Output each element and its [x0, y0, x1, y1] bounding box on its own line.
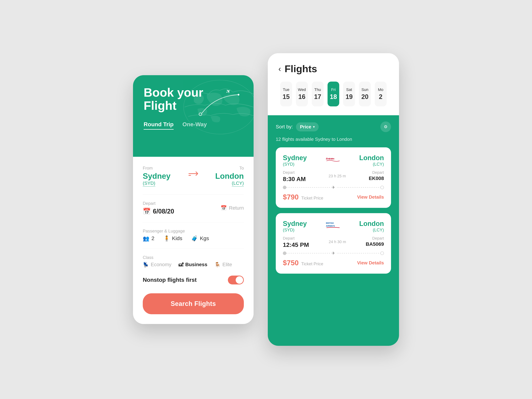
available-text: 12 flights available Sydney to London [276, 137, 391, 142]
card-flight-label-2: Depart [366, 236, 384, 241]
from-city[interactable]: Sydney [143, 172, 188, 181]
card-price-label-1: Ticket Price [301, 196, 323, 200]
day-name-sat: Sat [346, 88, 352, 92]
day-name-mon: Mo [378, 88, 383, 92]
card-to-code-2: (LCY) [359, 228, 384, 233]
kids-item[interactable]: 🧍 Kids [163, 235, 182, 241]
passenger-count[interactable]: 👥 2 [143, 235, 154, 241]
depart-label: Depart [143, 201, 174, 206]
date-item-wed[interactable]: Wed 16 [296, 82, 308, 106]
card-depart-2: Depart 12:45 PM [283, 236, 309, 248]
card-flight-num-area-2: Depart BA5069 [366, 236, 384, 247]
view-details-btn-2[interactable]: View Details [357, 260, 384, 266]
filter-icon: ⚙ [384, 124, 388, 129]
date-item-tue[interactable]: Tue 15 [280, 82, 292, 106]
divider-2 [143, 222, 244, 222]
flight-line-1: ✈ [283, 186, 384, 189]
return-calendar-icon: 📅 [221, 205, 227, 211]
card-to-2: London (LCY) [359, 220, 384, 233]
search-flights-button[interactable]: Search Flights [143, 293, 244, 314]
day-name-fri: Fri [331, 88, 336, 92]
card-from-code-2: (SYD) [283, 228, 307, 233]
passenger-section: Passenger & Luggage 👥 2 🧍 Kids 🧳 Kgs [143, 228, 244, 241]
booking-form: From Sydney (SYD) To London (LCY) Depart [133, 157, 253, 324]
card-depart-time-2: 12:45 PM [283, 241, 309, 248]
business-class[interactable]: 🛋 Business [178, 262, 208, 268]
to-city[interactable]: London [199, 172, 244, 181]
emirates-logo-area: Emirates [325, 154, 341, 165]
to-section: To London (LCY) [199, 166, 244, 187]
card-from-code-1: (SYD) [283, 162, 307, 167]
flight-plane-icon-2: ✈ [330, 251, 336, 256]
date-scroll: Tue 15 Wed 16 Thu 17 Fri 18 Sat 19 Sun 2… [279, 82, 388, 110]
nonstop-toggle[interactable] [228, 276, 244, 285]
date-item-sat[interactable]: Sat 19 [343, 82, 355, 106]
from-to-row: From Sydney (SYD) To London (LCY) [143, 166, 244, 187]
luggage-icon: 🧳 [191, 235, 198, 241]
depart-date[interactable]: 📅 6/08/20 [143, 208, 174, 215]
card-price-row-2: $750 Ticket Price View Details [283, 259, 384, 267]
card-depart-label-2: Depart [283, 236, 309, 241]
to-code: (LCY) [232, 181, 244, 187]
depart-section: Depart 📅 6/08/20 [143, 201, 174, 215]
card-from-1: Sydney (SYD) [283, 154, 307, 167]
back-row: ‹ Flights [279, 63, 388, 75]
elite-class[interactable]: 🪑 Elite [214, 262, 232, 268]
one-way-tab[interactable]: One-Way [183, 121, 207, 130]
return-label: Return [229, 205, 244, 211]
flight-card-emirates[interactable]: Sydney (SYD) Emirates London (LCY) [276, 147, 391, 208]
day-name-thu: Thu [314, 88, 321, 92]
swap-icon[interactable] [188, 166, 199, 178]
elite-icon: 🪑 [214, 262, 221, 268]
card-depart-row-2: Depart 12:45 PM 24 h 30 m Depart BA5069 [283, 236, 384, 248]
card-to-city-2: London [359, 220, 384, 228]
left-phone: ✈ Book your Flight Round Trip One-Way Fr… [133, 75, 253, 324]
back-button[interactable]: ‹ [279, 64, 281, 73]
flight-line-dot-2 [283, 252, 286, 255]
date-item-fri[interactable]: Fri 18 [328, 82, 339, 106]
passenger-label: Passenger & Luggage [143, 228, 244, 234]
card-from-city-1: Sydney [283, 154, 307, 162]
from-section: From Sydney (SYD) [143, 166, 188, 187]
card-to-1: London (LCY) [359, 154, 384, 167]
date-item-sun[interactable]: Sun 20 [359, 82, 371, 106]
card-to-city-1: London [359, 154, 384, 162]
sort-row: Sort by: Price ▾ ⚙ [276, 121, 391, 132]
ba-logo-area: BRITISH AIRWAYS [325, 220, 341, 230]
card-route-row-2: Sydney (SYD) BRITISH AIRWAYS London (LCY… [283, 220, 384, 233]
from-label: From [143, 166, 188, 171]
card-duration-1: 23 h 25 m [329, 170, 346, 178]
right-phone: ‹ Flights Tue 15 Wed 16 Thu 17 Fri 18 Sa… [268, 53, 399, 346]
luggage-item[interactable]: 🧳 Kgs [191, 235, 209, 241]
card-duration-2: 24 h 30 m [329, 236, 346, 244]
flight-line-circle-2 [380, 252, 384, 255]
divider-1 [143, 195, 244, 195]
nonstop-row: Nonstop flights first [143, 276, 244, 285]
day-num-mon: 2 [379, 93, 382, 101]
sort-dropdown[interactable]: Price ▾ [296, 122, 319, 131]
calendar-icon: 📅 [143, 208, 151, 215]
card-from-2: Sydney (SYD) [283, 220, 307, 233]
flight-card-ba[interactable]: Sydney (SYD) BRITISH AIRWAYS London (LCY… [276, 213, 391, 274]
return-section[interactable]: 📅 Return [221, 205, 244, 211]
flight-line-dot-1 [283, 186, 286, 189]
card-to-code-1: (LCY) [359, 162, 384, 167]
to-label: To [199, 166, 244, 171]
card-depart-time-1: 8:30 AM [283, 176, 306, 183]
day-name-sun: Sun [361, 88, 368, 92]
day-name-wed: Wed [298, 88, 306, 92]
day-name-tue: Tue [283, 88, 289, 92]
economy-class[interactable]: 💺 Economy [143, 262, 171, 268]
date-item-mon[interactable]: Mo 2 [375, 82, 386, 106]
card-flight-num-2: BA5069 [366, 241, 384, 247]
card-price-1: $790 [283, 193, 299, 201]
card-depart-row-1: Depart 8:30 AM 23 h 25 m Depart EK008 [283, 170, 384, 183]
date-item-thu[interactable]: Thu 17 [312, 82, 324, 106]
depart-return-row: Depart 📅 6/08/20 📅 Return [143, 201, 244, 215]
view-details-btn-1[interactable]: View Details [357, 194, 384, 200]
card-price-area-2: $750 Ticket Price [283, 259, 323, 267]
page-title: Flights [285, 63, 317, 75]
from-code: (SYD) [143, 181, 155, 187]
round-trip-tab[interactable]: Round Trip [144, 121, 174, 130]
filter-button[interactable]: ⚙ [380, 121, 391, 132]
